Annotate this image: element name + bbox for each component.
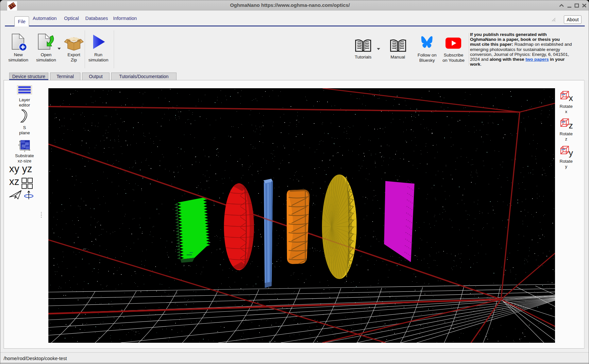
svg-text:x: x xyxy=(18,144,20,146)
svg-text:z: z xyxy=(24,150,25,152)
